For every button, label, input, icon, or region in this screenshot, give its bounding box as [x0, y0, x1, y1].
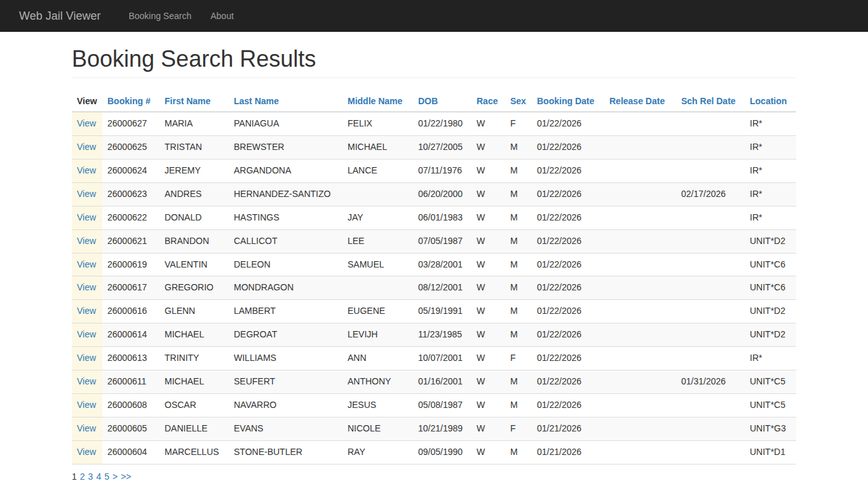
race-cell: W	[471, 112, 505, 135]
sex-cell: M	[505, 394, 532, 417]
column-header-booking-date[interactable]: Booking Date	[537, 96, 594, 106]
release-date-cell	[604, 370, 676, 394]
view-link[interactable]: View	[77, 189, 96, 199]
booking-table-body: View 26000627 MARIA PANIAGUA FELIX 01/22…	[72, 112, 796, 464]
pagination-page-2-link[interactable]: 2	[80, 471, 85, 482]
view-link[interactable]: View	[77, 165, 96, 175]
booking-date-cell: 01/22/2026	[532, 206, 604, 229]
column-header-first-name[interactable]: First Name	[165, 96, 210, 106]
location-cell: UNIT*C6	[745, 276, 796, 300]
view-cell: View	[72, 370, 102, 394]
release-date-cell	[604, 253, 676, 276]
race-cell: W	[471, 253, 505, 276]
sex-cell: M	[505, 229, 532, 253]
column-header-booking-number[interactable]: Booking #	[107, 96, 151, 106]
column-header-race[interactable]: Race	[477, 96, 498, 106]
middle-name-cell: RAY	[342, 441, 413, 464]
table-row: View 26000616 GLENN LAMBERT EUGENE 05/19…	[72, 300, 796, 323]
column-header-location[interactable]: Location	[750, 96, 787, 106]
navbar-menu: Booking Search About	[119, 0, 243, 31]
view-cell: View	[72, 323, 102, 347]
booking-number-cell: 26000614	[102, 323, 159, 347]
nav-item-booking-search[interactable]: Booking Search	[119, 0, 201, 32]
first-name-cell: GLENN	[159, 300, 229, 323]
dob-cell: 09/05/1990	[413, 441, 471, 464]
booking-number-cell: 26000613	[102, 347, 159, 370]
dob-cell: 05/19/1991	[413, 300, 471, 323]
location-cell: UNIT*D2	[745, 300, 796, 323]
dob-cell: 10/27/2005	[413, 135, 471, 159]
pagination-page-3-link[interactable]: 3	[88, 471, 93, 482]
view-link[interactable]: View	[77, 400, 96, 410]
middle-name-cell: JAY	[342, 206, 413, 229]
sch-rel-date-cell	[676, 394, 745, 417]
booking-number-cell: 26000608	[102, 394, 159, 417]
nav-item-about[interactable]: About	[201, 0, 243, 32]
sch-rel-date-cell	[676, 276, 745, 300]
navbar-brand[interactable]: Web Jail Viewer	[10, 0, 110, 31]
pagination-page-4-link[interactable]: 4	[96, 471, 101, 482]
race-cell: W	[471, 417, 505, 441]
table-row: View 26000611 MICHAEL SEUFERT ANTHONY 01…	[72, 370, 796, 394]
first-name-cell: JEREMY	[159, 159, 229, 182]
view-link[interactable]: View	[77, 282, 96, 292]
main-content: Booking Search Results View Booking # Fi…	[62, 46, 806, 484]
middle-name-cell: LEVIJH	[342, 323, 413, 347]
view-link[interactable]: View	[77, 142, 96, 152]
column-header-sex[interactable]: Sex	[510, 96, 526, 106]
booking-number-cell: 26000619	[102, 253, 159, 276]
view-link[interactable]: View	[77, 118, 96, 128]
booking-date-cell: 01/22/2026	[532, 300, 604, 323]
first-name-cell: DONALD	[159, 206, 229, 229]
last-name-cell: MONDRAGON	[229, 276, 342, 300]
first-name-cell: MARIA	[159, 112, 229, 135]
view-link[interactable]: View	[77, 447, 96, 457]
pagination-current-page: 1	[72, 471, 77, 482]
pagination-last-link[interactable]: >>	[121, 471, 131, 482]
column-header-last-name[interactable]: Last Name	[234, 96, 279, 106]
view-link[interactable]: View	[77, 423, 96, 433]
booking-number-cell: 26000605	[102, 417, 159, 441]
booking-date-cell: 01/21/2026	[532, 441, 604, 464]
location-cell: IR*	[745, 112, 796, 135]
column-header-middle-name[interactable]: Middle Name	[348, 96, 402, 106]
sch-rel-date-cell: 02/17/2026	[676, 182, 745, 206]
location-cell: IR*	[745, 135, 796, 159]
sch-rel-date-cell: 01/31/2026	[676, 370, 745, 394]
pagination-page-5-link[interactable]: 5	[104, 471, 109, 482]
table-row: View 26000604 MARCELLUS STONE-BUTLER RAY…	[72, 441, 796, 464]
column-header-release-date[interactable]: Release Date	[609, 96, 665, 106]
pagination-next-link[interactable]: >	[112, 471, 118, 482]
sex-cell: M	[505, 370, 532, 394]
last-name-cell: WILLIAMS	[229, 347, 342, 370]
view-link[interactable]: View	[77, 259, 96, 269]
middle-name-cell: MICHAEL	[342, 135, 413, 159]
dob-cell: 08/12/2001	[413, 276, 471, 300]
view-link[interactable]: View	[77, 212, 96, 222]
view-cell: View	[72, 159, 102, 182]
view-cell: View	[72, 276, 102, 300]
race-cell: W	[471, 182, 505, 206]
view-link[interactable]: View	[77, 353, 96, 363]
race-cell: W	[471, 347, 505, 370]
middle-name-cell: LANCE	[342, 159, 413, 182]
table-row: View 26000619 VALENTIN DELEON SAMUEL 03/…	[72, 253, 796, 276]
column-header-dob[interactable]: DOB	[418, 96, 438, 106]
release-date-cell	[604, 206, 676, 229]
table-row: View 26000622 DONALD HASTINGS JAY 06/01/…	[72, 206, 796, 229]
table-header-row: View Booking # First Name Last Name Midd…	[72, 91, 796, 112]
last-name-cell: DELEON	[229, 253, 342, 276]
view-link[interactable]: View	[77, 329, 96, 339]
release-date-cell	[604, 347, 676, 370]
booking-number-cell: 26000604	[102, 441, 159, 464]
booking-date-cell: 01/22/2026	[532, 112, 604, 135]
dob-cell: 07/05/1987	[413, 229, 471, 253]
view-link[interactable]: View	[77, 306, 96, 316]
sch-rel-date-cell	[676, 206, 745, 229]
middle-name-cell: LEE	[342, 229, 413, 253]
view-link[interactable]: View	[77, 236, 96, 246]
column-header-sch-rel-date[interactable]: Sch Rel Date	[681, 96, 736, 106]
first-name-cell: GREGORIO	[159, 276, 229, 300]
booking-date-cell: 01/22/2026	[532, 370, 604, 394]
view-link[interactable]: View	[77, 376, 96, 386]
